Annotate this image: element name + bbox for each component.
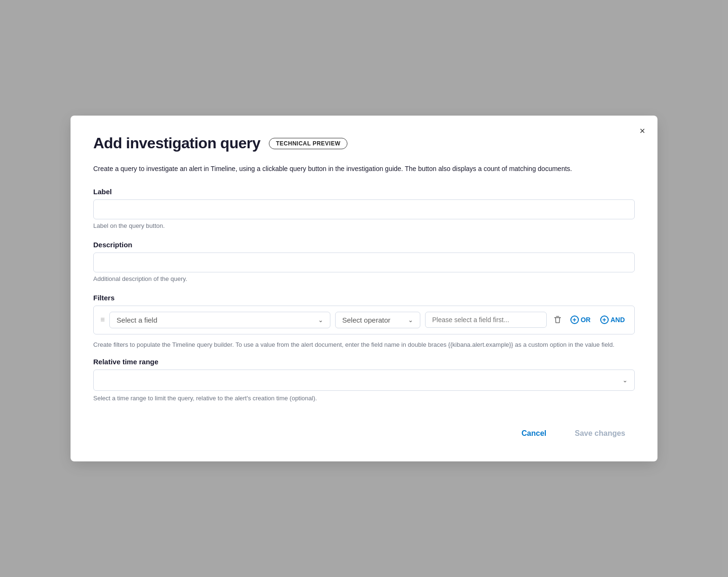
operator-select-button[interactable]: Select operator ⌄: [335, 312, 420, 328]
relative-time-section: Relative time range ⌄ Select a time rang…: [93, 358, 635, 402]
field-select-label: Select a field: [116, 316, 157, 324]
drag-handle-icon: ≡: [100, 316, 105, 324]
and-label: AND: [611, 316, 625, 324]
label-section: Label Label on the query button.: [93, 188, 635, 229]
relative-time-select-button[interactable]: ⌄: [93, 370, 635, 391]
description-hint: Additional description of the query.: [93, 275, 635, 282]
delete-filter-button[interactable]: [551, 314, 564, 326]
modal-title: Add investigation query: [93, 135, 260, 152]
plus-circle-or-icon: +: [570, 316, 579, 324]
description-section: Description Additional description of th…: [93, 241, 635, 282]
description-input[interactable]: [93, 252, 635, 272]
or-label: OR: [581, 316, 591, 324]
add-and-button[interactable]: + AND: [597, 314, 628, 326]
filter-actions: + OR + AND: [551, 314, 628, 326]
filter-value-input[interactable]: [425, 312, 547, 328]
label-field-label: Label: [93, 188, 635, 196]
trash-icon: [553, 316, 562, 324]
plus-circle-and-icon: +: [600, 316, 609, 324]
relative-time-hint: Select a time range to limit the query, …: [93, 395, 635, 402]
tech-preview-badge: TECHNICAL PREVIEW: [269, 138, 347, 149]
label-input[interactable]: [93, 199, 635, 219]
filters-section: Filters ≡ Select a field ⌄ Select operat…: [93, 294, 635, 350]
modal-overlay: × Add investigation query TECHNICAL PREV…: [0, 0, 728, 577]
modal-description: Create a query to investigate an alert i…: [93, 163, 635, 174]
save-button[interactable]: Save changes: [565, 424, 635, 442]
modal-container: × Add investigation query TECHNICAL PREV…: [71, 116, 657, 461]
operator-chevron-icon: ⌄: [408, 316, 413, 324]
cancel-button[interactable]: Cancel: [512, 424, 556, 442]
filter-row: ≡ Select a field ⌄ Select operator ⌄: [93, 306, 635, 334]
add-or-button[interactable]: + OR: [568, 314, 594, 326]
modal-header: Add investigation query TECHNICAL PREVIE…: [93, 135, 635, 152]
close-button[interactable]: ×: [638, 124, 647, 137]
label-hint: Label on the query button.: [93, 222, 635, 229]
filters-hint: Create filters to populate the Timeline …: [93, 340, 635, 350]
modal-footer: Cancel Save changes: [93, 417, 635, 442]
field-select-button[interactable]: Select a field ⌄: [109, 312, 330, 328]
description-field-label: Description: [93, 241, 635, 249]
relative-time-label: Relative time range: [93, 358, 635, 366]
filters-label: Filters: [93, 294, 635, 302]
operator-select-label: Select operator: [342, 316, 391, 324]
field-chevron-icon: ⌄: [318, 316, 323, 324]
relative-time-chevron-icon: ⌄: [622, 377, 628, 384]
